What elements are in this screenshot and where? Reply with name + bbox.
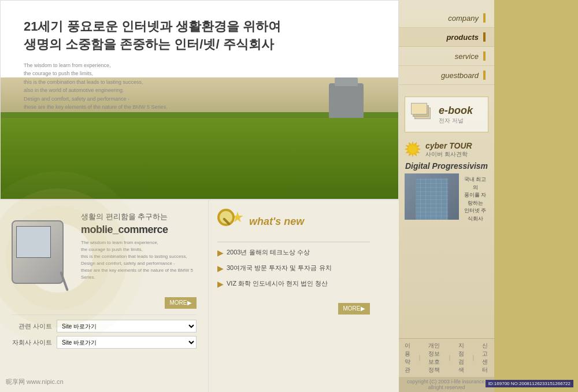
related-site-select[interactable]: Site 바로가기 (57, 320, 197, 332)
nav-accent-company (483, 13, 486, 23)
news-item-2[interactable]: ▶ 30여개국 방문 투자자 및 투자금 유치 (217, 264, 370, 273)
pda-device-image (12, 220, 64, 284)
nav-accent-service (483, 51, 486, 61)
building-tour-image (405, 173, 459, 220)
cyber-tour-section: cyber TOUR 사이버 회사견학 Digital Progressivis… (399, 135, 494, 231)
ebook-text: e-book 전자 저널 (439, 105, 473, 125)
ebook-icon (411, 103, 434, 126)
footer-link-privacy[interactable]: 개인정보 보호정책 (428, 342, 441, 374)
news-text-1[interactable]: 2003년 올해의 테크노상 수상 (227, 248, 310, 257)
gear-shape (405, 141, 421, 157)
footer-link-branch[interactable]: 지점검색 (458, 342, 465, 374)
book-stack (411, 103, 431, 120)
whats-new-title: what's new (249, 216, 304, 228)
footer-link-terms[interactable]: 이용약관 (405, 342, 411, 374)
nav-area: company products service guestboard (399, 0, 494, 94)
nav-accent-products (483, 32, 486, 42)
news-bullet-1: ▶ (217, 248, 224, 258)
footer-divider-3: ｜ (470, 354, 476, 362)
magnify-handle (223, 217, 231, 225)
nav-label-guestboard: guestboard (441, 71, 479, 80)
book-layer-3 (411, 103, 427, 114)
nav-item-company[interactable]: company (399, 9, 494, 28)
cyber-tour-title: cyber TOUR (425, 141, 472, 150)
right-sidebar: company products service guestboard (399, 0, 494, 392)
nav-label-company: company (448, 14, 479, 23)
related-site-label: 관련 사이트 (12, 322, 52, 331)
hero-title: 21세기 풍요로운 인터넷과 생활환경을 위하여 생명의 소중함을 존중하는 인… (24, 18, 281, 54)
related-sites-section: 관련 사이트 Site 바로가기 자회사 사이트 Site 바로가기 (12, 315, 197, 352)
whats-new-panel: what's new ▶ 2003년 올해의 테크노상 수상 ▶ 30여개국 방… (208, 200, 379, 392)
news-bullet-3: ▶ (217, 279, 224, 289)
cyber-tour-subtitle: 사이버 회사견학 (425, 150, 472, 158)
magnify-glass-icon (217, 209, 235, 226)
footer-links: 이용약관 ｜ 개인정보 보호정책 ｜ 지점검색 ｜ 신고센터 (399, 338, 494, 377)
bottom-section: 생활의 편리함을 추구하는 moblie_commerce The wisdom… (0, 199, 399, 392)
nav-label-products: products (446, 33, 479, 42)
cyber-tour-header: cyber TOUR 사이버 회사견학 (405, 141, 488, 158)
cyber-tour-title-block: cyber TOUR 사이버 회사견학 (425, 141, 472, 158)
nav-item-products[interactable]: products (399, 28, 494, 47)
whats-new-more-button[interactable]: MORE▶ (338, 303, 370, 315)
whats-new-icon (217, 209, 243, 235)
left-panel: 생활의 편리함을 추구하는 moblie_commerce The wisdom… (0, 200, 208, 392)
ebook-title: e-book (439, 105, 473, 117)
tour-caption: 국내 최고의풍이를 자랑하는인터넷 주식회사 (462, 173, 488, 225)
pda-screen (16, 226, 51, 258)
subsidiary-site-label: 자회사 사이트 (12, 338, 52, 347)
digital-heading: Digital Progressivism (405, 161, 488, 171)
whats-new-header: what's new (217, 209, 370, 235)
id-bar: ID:169700 NO:20081126233151266722 (486, 380, 573, 387)
subsidiary-site-row: 자회사 사이트 Site 바로가기 (12, 336, 197, 349)
news-text-3[interactable]: VIZ 화학 인도네시아 현지 법인 청산 (227, 279, 328, 288)
related-site-row: 관련 사이트 Site 바로가기 (12, 320, 197, 332)
hero-description: The wisdom to learn from experience, the… (24, 61, 168, 111)
news-list: ▶ 2003년 올해의 테크노상 수상 ▶ 30여개국 방문 투자자 및 투자금… (217, 248, 370, 289)
footer-divider-1: ｜ (417, 354, 423, 362)
ebook-section[interactable]: e-book 전자 저널 (405, 97, 488, 132)
mobile-headline: 생활의 편리함을 추구하는 (81, 212, 197, 222)
grass-area (1, 118, 398, 199)
news-divider (217, 242, 370, 242)
ebook-subtitle: 전자 저널 (439, 117, 473, 125)
mobile-more-button[interactable]: MORE▶ (165, 297, 197, 309)
footer-link-report[interactable]: 신고센터 (482, 342, 488, 374)
news-item-1[interactable]: ▶ 2003년 올해의 테크노상 수상 (217, 248, 370, 258)
nav-item-service[interactable]: service (399, 47, 494, 66)
whats-new-more-area: MORE▶ (217, 294, 370, 315)
gear-icon (405, 141, 422, 158)
news-item-3[interactable]: ▶ VIZ 화학 인도네시아 현지 법인 청산 (217, 279, 370, 289)
nav-accent-guestboard (483, 71, 486, 80)
news-text-2[interactable]: 30여개국 방문 투자자 및 투자금 유치 (227, 264, 332, 272)
copyright-bar: copyright (C) 2003 i-life insurance. all… (399, 377, 494, 392)
footer-divider-2: ｜ (447, 354, 453, 362)
nav-item-guestboard[interactable]: guestboard (399, 66, 494, 85)
watermark: 昵享网 www.nipic.cn (6, 378, 64, 386)
copyright-text: copyright (C) 2003 i-life insurance. all… (407, 379, 486, 390)
nav-label-service: service (455, 52, 479, 61)
hero-section: 21세기 풍요로운 인터넷과 생활환경을 위하여 생명의 소중함을 존중하는 인… (0, 0, 399, 199)
subsidiary-site-select[interactable]: Site 바로가기 (57, 336, 197, 349)
news-bullet-2: ▶ (217, 264, 224, 273)
